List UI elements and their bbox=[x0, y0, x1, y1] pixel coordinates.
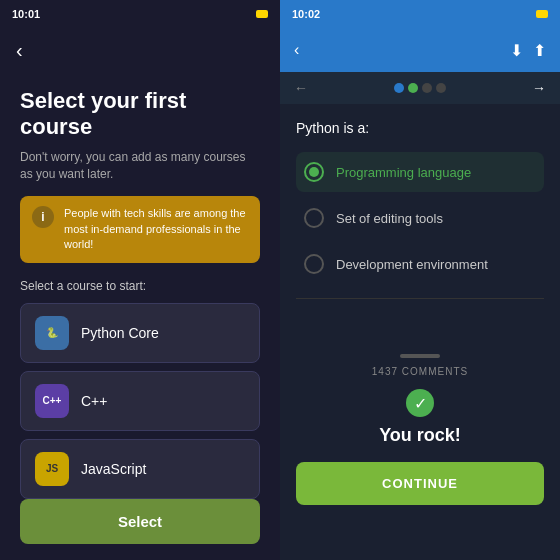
cpp-label: C++ bbox=[81, 393, 107, 409]
right-time: 10:02 bbox=[292, 8, 320, 20]
course-item-cpp[interactable]: C++ C++ bbox=[20, 371, 260, 431]
right-back-button[interactable]: ‹ bbox=[294, 41, 299, 59]
info-text: People with tech skills are among the mo… bbox=[64, 206, 248, 252]
left-time: 10:01 bbox=[12, 8, 40, 20]
progress-dot-3 bbox=[422, 83, 432, 93]
comments-bar-handle bbox=[400, 354, 440, 358]
left-header: ‹ bbox=[0, 28, 280, 72]
progress-dot-2 bbox=[408, 83, 418, 93]
download-icon[interactable]: ⬇ bbox=[510, 41, 523, 60]
left-panel: 10:01 ‹ Select your first course Don't w… bbox=[0, 0, 280, 560]
left-status-icons bbox=[256, 10, 268, 18]
right-status-icons bbox=[536, 10, 548, 18]
answer-editing-label: Set of editing tools bbox=[336, 211, 443, 226]
select-button[interactable]: Select bbox=[20, 499, 260, 544]
success-message-area: ✓ You rock! bbox=[379, 389, 461, 446]
info-banner: i People with tech skills are among the … bbox=[20, 196, 260, 262]
answer-option-editing[interactable]: Set of editing tools bbox=[296, 198, 544, 238]
success-text: You rock! bbox=[379, 425, 461, 446]
radio-programming bbox=[304, 162, 324, 182]
answer-option-programming[interactable]: Programming language bbox=[296, 152, 544, 192]
battery-icon bbox=[256, 10, 268, 18]
page-subtitle: Don't worry, you can add as many courses… bbox=[20, 149, 260, 183]
cpp-icon: C++ bbox=[35, 384, 69, 418]
radio-editing bbox=[304, 208, 324, 228]
info-icon: i bbox=[32, 206, 54, 228]
checkmark-icon: ✓ bbox=[406, 389, 434, 417]
js-icon: JS bbox=[35, 452, 69, 486]
continue-button[interactable]: CONTINUE bbox=[296, 462, 544, 505]
right-header-icons: ⬇ ⬆ bbox=[510, 41, 546, 60]
share-icon[interactable]: ⬆ bbox=[533, 41, 546, 60]
left-content: Select your first course Don't worry, yo… bbox=[0, 72, 280, 499]
progress-bar-row: ← → bbox=[280, 72, 560, 104]
course-label: Select a course to start: bbox=[20, 279, 260, 293]
radio-development bbox=[304, 254, 324, 274]
course-list: 🐍 Python Core C++ C++ JS JavaScript 🐍 Py… bbox=[20, 303, 260, 499]
right-header-left: ‹ bbox=[294, 41, 299, 59]
right-header: ‹ ⬇ ⬆ bbox=[280, 28, 560, 72]
js-label: JavaScript bbox=[81, 461, 146, 477]
python-core-icon: 🐍 bbox=[35, 316, 69, 350]
progress-dots bbox=[394, 83, 446, 93]
radio-inner-programming bbox=[309, 167, 319, 177]
progress-dot-4 bbox=[436, 83, 446, 93]
bottom-area: 1437 COMMENTS ✓ You rock! CONTINUE bbox=[280, 299, 560, 560]
answer-development-label: Development environment bbox=[336, 257, 488, 272]
question-area: Python is a: Programming language Set of… bbox=[280, 104, 560, 298]
progress-dot-1 bbox=[394, 83, 404, 93]
python-core-label: Python Core bbox=[81, 325, 159, 341]
answer-programming-label: Programming language bbox=[336, 165, 471, 180]
comments-count: 1437 COMMENTS bbox=[372, 366, 468, 377]
page-title: Select your first course bbox=[20, 88, 260, 141]
progress-left-arrow[interactable]: ← bbox=[294, 80, 308, 96]
right-status-bar: 10:02 bbox=[280, 0, 560, 28]
progress-right-arrow[interactable]: → bbox=[532, 80, 546, 96]
back-button[interactable]: ‹ bbox=[16, 39, 23, 62]
course-item-python-core[interactable]: 🐍 Python Core bbox=[20, 303, 260, 363]
left-status-bar: 10:01 bbox=[0, 0, 280, 28]
right-battery-icon bbox=[536, 10, 548, 18]
answer-option-development[interactable]: Development environment bbox=[296, 244, 544, 284]
right-panel: 10:02 ‹ ⬇ ⬆ ← → Python is a: bbox=[280, 0, 560, 560]
course-item-javascript[interactable]: JS JavaScript bbox=[20, 439, 260, 499]
question-text: Python is a: bbox=[296, 120, 544, 136]
